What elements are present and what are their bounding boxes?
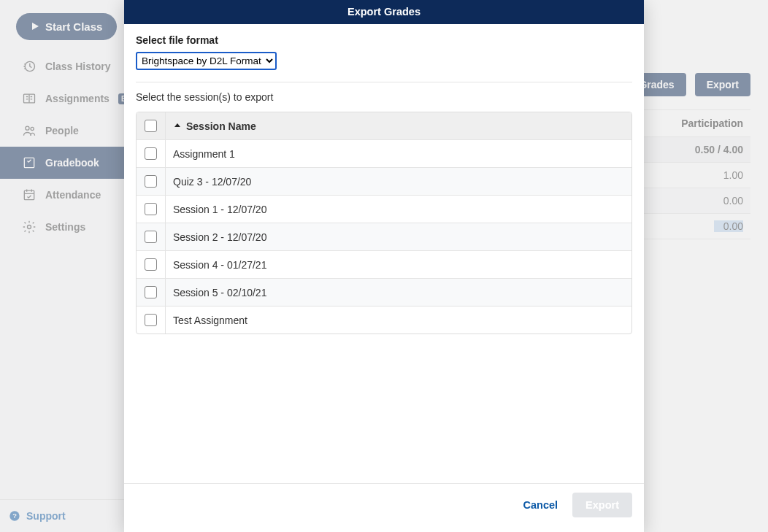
session-table: Session Name Assignment 1 Quiz 3 - 12/07…: [136, 112, 632, 334]
modal-body: Select file format Brightspace by D2L Fo…: [124, 24, 644, 483]
session-name: Session 4 - 01/27/21: [173, 259, 266, 271]
cancel-button[interactable]: Cancel: [523, 499, 558, 511]
select-all-checkbox[interactable]: [145, 120, 157, 132]
session-checkbox[interactable]: [145, 175, 157, 188]
session-table-header-row: Session Name: [137, 112, 631, 139]
modal-overlay: Export Grades Select file format Brights…: [0, 0, 768, 532]
session-row: Session 5 - 02/10/21: [137, 278, 631, 306]
session-row: Quiz 3 - 12/07/20: [137, 167, 631, 195]
divider: [136, 82, 632, 82]
session-checkbox[interactable]: [145, 147, 157, 160]
file-format-select[interactable]: Brightspace by D2L Format: [136, 52, 277, 70]
session-row: Assignment 1: [137, 139, 631, 167]
session-checkbox[interactable]: [145, 258, 157, 271]
session-name: Session 5 - 02/10/21: [173, 287, 266, 298]
session-name: Session 2 - 12/07/20: [173, 231, 266, 243]
export-confirm-button[interactable]: Export: [572, 493, 632, 517]
session-row: Session 4 - 01/27/21: [137, 250, 631, 278]
session-name: Quiz 3 - 12/07/20: [173, 176, 251, 188]
session-row: Session 2 - 12/07/20: [137, 223, 631, 250]
session-header-label: Session Name: [186, 120, 256, 132]
sort-asc-icon: [173, 120, 182, 132]
modal-footer: Cancel Export: [124, 483, 644, 532]
session-row: Test Assignment: [137, 306, 631, 334]
session-checkbox[interactable]: [145, 231, 157, 243]
modal-title: Export Grades: [124, 0, 644, 24]
session-checkbox[interactable]: [145, 314, 157, 326]
session-name: Assignment 1: [173, 148, 235, 160]
session-name: Test Assignment: [173, 315, 247, 326]
session-name: Session 1 - 12/07/20: [173, 204, 266, 215]
sessions-label: Select the session(s) to export: [136, 91, 632, 103]
session-checkbox[interactable]: [145, 286, 157, 298]
export-grades-modal: Export Grades Select file format Brights…: [124, 0, 644, 532]
session-row: Session 1 - 12/07/20: [137, 195, 631, 223]
session-name-header[interactable]: Session Name: [166, 113, 631, 139]
session-checkbox[interactable]: [145, 203, 157, 215]
file-format-label: Select file format: [136, 34, 632, 46]
